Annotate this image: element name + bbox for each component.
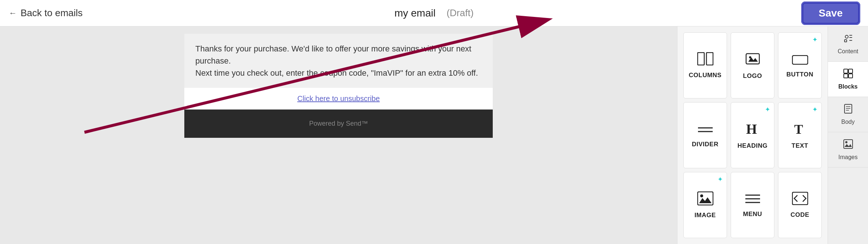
menu-label: MENU — [743, 211, 762, 218]
save-button[interactable]: Save — [802, 3, 859, 24]
images-tab-icon — [843, 139, 853, 152]
heading-icon: H — [745, 121, 760, 139]
email-content: Thanks for your purchase. We'd like to o… — [184, 34, 493, 138]
sparkle-icon-heading: ✦ — [765, 105, 770, 114]
divider-icon — [697, 122, 713, 138]
image-label: IMAGE — [694, 212, 716, 219]
back-arrow-icon: ← — [9, 8, 17, 18]
body-tab-icon — [843, 104, 853, 116]
email-title: my email — [394, 7, 435, 19]
images-tab-label: Images — [838, 154, 857, 161]
svg-point-15 — [845, 35, 848, 38]
content-tab-label: Content — [838, 48, 858, 55]
svg-rect-21 — [845, 104, 852, 113]
tab-content[interactable]: Content — [828, 26, 868, 62]
divider-label: DIVIDER — [692, 141, 718, 148]
svg-rect-2 — [746, 54, 759, 64]
back-to-emails-button[interactable]: ← Back to emails — [9, 7, 83, 19]
menu-icon — [745, 192, 761, 208]
draft-badge: (Draft) — [446, 7, 474, 19]
main-layout: Thanks for your purchase. We'd like to o… — [0, 26, 868, 244]
block-item-logo[interactable]: LOGO — [731, 32, 774, 98]
block-item-code[interactable]: CODE — [778, 172, 822, 238]
svg-rect-1 — [706, 53, 713, 65]
tab-images[interactable]: Images — [828, 132, 868, 168]
block-item-button[interactable]: ✦ BUTTON — [778, 32, 822, 98]
columns-icon — [697, 52, 713, 69]
block-item-divider[interactable]: DIVIDER — [683, 102, 727, 168]
svg-rect-0 — [698, 53, 704, 65]
block-item-menu[interactable]: MENU — [731, 172, 774, 238]
svg-rect-25 — [844, 140, 853, 148]
svg-rect-17 — [844, 69, 848, 73]
text-label: TEXT — [792, 142, 808, 150]
block-item-columns[interactable]: COLUMNS — [683, 32, 727, 98]
image-icon — [697, 191, 713, 209]
block-item-image[interactable]: ✦ IMAGE — [683, 172, 727, 238]
logo-icon — [745, 51, 760, 69]
svg-rect-18 — [849, 69, 853, 73]
text-icon: T — [793, 121, 807, 139]
button-icon — [792, 53, 808, 68]
svg-rect-20 — [849, 74, 853, 78]
block-item-text[interactable]: ✦ T TEXT — [778, 102, 822, 168]
blocks-tab-icon — [843, 68, 853, 81]
button-label: BUTTON — [786, 71, 814, 78]
sparkle-icon-image: ✦ — [717, 175, 723, 183]
email-body-section: Thanks for your purchase. We'd like to o… — [184, 34, 493, 88]
powered-by-text: Powered by Send™ — [309, 120, 368, 127]
block-item-heading[interactable]: ✦ H HEADING — [731, 102, 774, 168]
email-footer-link-section: Click here to unsubscribe — [184, 88, 493, 110]
right-panel: COLUMNS LOGO ✦ — [677, 26, 868, 244]
email-dark-footer: Powered by Send™ — [184, 110, 493, 138]
code-label: CODE — [791, 211, 809, 219]
code-icon — [792, 192, 808, 208]
sparkle-icon-button: ✦ — [812, 36, 818, 44]
heading-label: HEADING — [738, 142, 768, 150]
tab-body[interactable]: Body — [828, 97, 868, 132]
logo-label: LOGO — [743, 72, 762, 80]
back-label: Back to emails — [21, 7, 83, 19]
header-center: my email (Draft) — [394, 7, 474, 19]
svg-rect-19 — [844, 74, 848, 78]
sparkle-icon-text: ✦ — [812, 105, 818, 114]
svg-point-3 — [749, 56, 751, 58]
email-preview: Thanks for your purchase. We'd like to o… — [0, 26, 677, 244]
header: ← Back to emails my email (Draft) Save — [0, 0, 868, 26]
columns-label: COLUMNS — [689, 72, 721, 79]
svg-text:T: T — [794, 122, 803, 136]
blocks-tab-label: Blocks — [838, 83, 857, 90]
svg-text:H: H — [746, 121, 757, 136]
tab-blocks[interactable]: Blocks — [828, 62, 868, 97]
email-body-text: Thanks for your purchase. We'd like to o… — [195, 43, 482, 79]
svg-point-10 — [700, 194, 703, 197]
blocks-grid: COLUMNS LOGO ✦ — [677, 26, 828, 244]
side-tabs: Content Blocks — [828, 26, 868, 244]
content-tab-icon — [843, 33, 853, 46]
unsubscribe-link[interactable]: Click here to unsubscribe — [297, 94, 380, 103]
svg-rect-16 — [845, 40, 847, 42]
svg-rect-4 — [792, 55, 808, 64]
svg-point-26 — [845, 141, 847, 143]
body-tab-label: Body — [841, 119, 854, 125]
